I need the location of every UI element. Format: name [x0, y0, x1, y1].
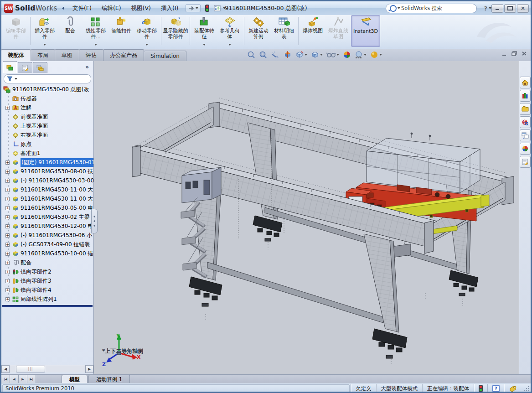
tree-item-component-gcs0734[interactable]: + (-) GCS0734-09-00 拉锚装 — [1, 240, 93, 249]
tab-sketch[interactable]: 草图 — [55, 49, 79, 61]
panel-expand-chevron[interactable]: » — [85, 64, 89, 70]
close-button[interactable]: × — [517, 4, 529, 13]
tree-item-sensors[interactable]: 传感器 — [1, 94, 93, 103]
options-checklist-button[interactable] — [214, 5, 226, 11]
tree-item-component-08[interactable]: + 911601RMG4530-08-00 扶 — [1, 167, 93, 176]
expand-plus-icon[interactable]: + — [5, 224, 10, 228]
expand-plus-icon[interactable]: + — [5, 197, 10, 201]
expand-plus-icon[interactable]: + — [5, 297, 10, 301]
motion-study-tab[interactable]: 运动算例 1 — [88, 375, 130, 383]
expand-plus-icon[interactable]: + — [5, 179, 10, 183]
doc-close-button[interactable] — [522, 51, 527, 56]
help-button[interactable]: ? — [484, 5, 491, 12]
rollback-bar[interactable] — [2, 305, 93, 307]
expand-plus-icon[interactable]: + — [5, 106, 10, 110]
tree-item-component-fixed-01[interactable]: + (固定) 911601RMG4530-01 — [1, 158, 93, 167]
custom-properties-button[interactable] — [520, 156, 531, 168]
expand-plus-icon[interactable]: + — [5, 160, 10, 165]
configurationmanager-tab[interactable] — [33, 62, 47, 73]
previous-view-button[interactable] — [270, 50, 280, 59]
new-motion-study-button[interactable]: 新建运动算例 — [246, 15, 271, 47]
tab-nav-last-button[interactable]: ▶| — [27, 375, 36, 383]
panel-splitter-handle[interactable] — [91, 209, 98, 233]
insert-component-button[interactable]: 插入零部件 — [32, 15, 57, 47]
view-settings-button[interactable] — [370, 50, 382, 59]
display-style-button[interactable] — [310, 50, 323, 59]
edit-component-button[interactable]: 编辑零部件 — [3, 15, 29, 47]
move-component-button[interactable]: 移动零部件 — [134, 15, 160, 47]
interference-trafficlight-icon[interactable] — [205, 5, 209, 12]
mate-button[interactable]: 配合 — [57, 15, 83, 47]
tree-item-component-02[interactable]: + 911601RMG4530-02 主梁 — [1, 212, 93, 222]
tab-layout[interactable]: 布局 — [31, 49, 55, 61]
search-box[interactable]: SolidWorks 搜索 — [386, 4, 477, 13]
instant3d-button[interactable]: Instant3D — [351, 15, 380, 47]
tree-item-component-12[interactable]: + 911601RMG4530-12-00 电 — [1, 222, 93, 231]
hide-show-items-button[interactable] — [326, 51, 340, 59]
tree-item-front-plane[interactable]: 前视基准面 — [1, 112, 93, 121]
design-library-button[interactable] — [520, 90, 531, 102]
status-quicktips-button[interactable]: ? — [487, 384, 504, 393]
resize-grip[interactable] — [523, 385, 530, 392]
expand-plus-icon[interactable]: + — [5, 188, 10, 192]
expand-plus-icon[interactable]: + — [5, 215, 10, 219]
reference-geometry-button[interactable]: 参考几何体 — [217, 15, 243, 47]
apply-scene-button[interactable] — [354, 50, 367, 59]
tab-assembly[interactable]: 装配体 — [1, 49, 31, 62]
menu-file[interactable]: 文件(F) — [68, 3, 96, 14]
menu-view[interactable]: 视图(V) — [127, 3, 155, 14]
expand-plus-icon[interactable]: + — [5, 170, 10, 174]
tree-filter-box[interactable] — [4, 74, 91, 83]
smart-fasteners-button[interactable]: 智能扣件 — [108, 15, 134, 47]
zoom-to-area-button[interactable] — [258, 50, 268, 59]
front-right-bogie[interactable] — [372, 329, 407, 358]
front-sill-beam[interactable] — [207, 262, 386, 324]
panel-horizontal-scrollbar[interactable]: ◀ ||| ▶ — [1, 365, 93, 372]
tree-item-local-linear-pattern[interactable]: + 局部线性阵列1 — [1, 295, 93, 304]
tree-item-origin[interactable]: 原点 — [1, 140, 93, 149]
tree-item-component-03[interactable]: + (-) 911601RMG4530-03-00 — [1, 176, 93, 185]
bill-of-materials-button[interactable]: 材料明细表 — [271, 15, 297, 47]
zoom-to-fit-button[interactable] — [247, 50, 256, 59]
tree-item-right-plane[interactable]: 右视基准面 — [1, 130, 93, 140]
expand-plus-icon[interactable]: + — [5, 261, 10, 265]
menu-collapse-arrow-icon[interactable] — [62, 6, 64, 10]
tree-item-plane1[interactable]: 基准面1 — [1, 149, 93, 158]
tree-item-component-05[interactable]: + 911601RMG4530-05-00 电 — [1, 203, 93, 212]
tree-item-assembly-root[interactable]: 911601RMG4530-00 总图(改 — [1, 85, 93, 94]
assembly-features-button[interactable]: 装配体特征 — [191, 15, 217, 47]
tree-item-component-06[interactable]: + (-) 911601RMG4530-06 小 — [1, 231, 93, 240]
expand-plus-icon[interactable]: + — [5, 252, 10, 256]
machinery-house[interactable] — [182, 167, 221, 203]
tree-item-annotations[interactable]: + A 注解 — [1, 103, 93, 112]
maximize-button[interactable] — [504, 4, 516, 13]
tree-item-component-11b[interactable]: + 911601RMG4530-11-00 大 — [1, 194, 93, 203]
tab-nav-first-button[interactable]: |◀ — [1, 375, 10, 383]
exploded-view-button[interactable]: 爆炸视图 — [300, 15, 325, 47]
front-left-bogie[interactable] — [189, 277, 222, 306]
graphics-viewport[interactable]: Y X Z *上下二等角轴测 — [94, 61, 522, 374]
expand-plus-icon[interactable]: + — [5, 233, 10, 238]
file-explorer-button[interactable] — [520, 103, 531, 115]
model-tab[interactable]: 模型 — [62, 375, 88, 383]
doc-minimize-button[interactable] — [502, 51, 507, 56]
featuremanager-tab[interactable] — [3, 61, 17, 73]
propertymanager-tab[interactable] — [18, 62, 32, 73]
view-palette-button[interactable] — [520, 129, 531, 141]
edit-appearance-button[interactable] — [342, 50, 351, 59]
rear-right-bogie[interactable] — [449, 270, 478, 296]
linear-component-pattern-button[interactable]: 线性零部件... — [83, 15, 108, 47]
expand-plus-icon[interactable]: + — [5, 288, 10, 292]
doc-restore-button[interactable] — [511, 51, 517, 56]
scroll-right-button[interactable]: ▶ — [85, 365, 93, 373]
explode-line-sketch-button[interactable]: 爆炸直线草图 — [325, 15, 351, 47]
view-orientation-button[interactable] — [295, 50, 308, 59]
show-hidden-components-button[interactable]: 显示隐藏的零部件 — [163, 15, 188, 47]
appearances-scenes-button[interactable] — [520, 143, 531, 155]
menu-pin-button[interactable] — [186, 4, 201, 12]
solidworks-resources-button[interactable] — [520, 77, 531, 88]
tree-item-mates[interactable]: + 配合 — [1, 258, 93, 267]
tab-simulation[interactable]: Simulation — [144, 51, 186, 61]
tree-item-component-10[interactable]: + 911601RMG4530-10-00 锚 — [1, 249, 93, 258]
section-view-button[interactable] — [283, 50, 292, 59]
